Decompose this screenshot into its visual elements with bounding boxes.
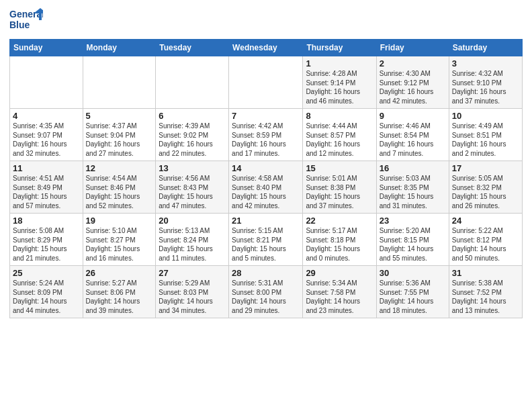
calendar-cell xyxy=(83,56,156,109)
calendar-cell: 27Sunrise: 5:29 AM Sunset: 8:03 PM Dayli… xyxy=(156,266,229,318)
calendar-cell: 15Sunrise: 5:01 AM Sunset: 8:38 PM Dayli… xyxy=(303,161,376,214)
calendar-cell: 28Sunrise: 5:31 AM Sunset: 8:00 PM Dayli… xyxy=(229,266,303,318)
day-info: Sunrise: 5:05 AM Sunset: 8:32 PM Dayligh… xyxy=(452,174,519,210)
calendar-cell: 30Sunrise: 5:36 AM Sunset: 7:55 PM Dayli… xyxy=(376,266,449,318)
calendar-table: SundayMondayTuesdayWednesdayThursdayFrid… xyxy=(9,39,523,318)
page-header: General Blue xyxy=(9,7,523,35)
day-number: 9 xyxy=(380,111,446,121)
calendar-cell: 24Sunrise: 5:22 AM Sunset: 8:12 PM Dayli… xyxy=(449,214,522,266)
day-info: Sunrise: 5:29 AM Sunset: 8:03 PM Dayligh… xyxy=(159,279,226,315)
day-info: Sunrise: 4:37 AM Sunset: 9:04 PM Dayligh… xyxy=(86,122,153,158)
day-info: Sunrise: 5:31 AM Sunset: 8:00 PM Dayligh… xyxy=(232,279,300,315)
calendar-cell: 14Sunrise: 4:58 AM Sunset: 8:40 PM Dayli… xyxy=(229,161,303,214)
day-info: Sunrise: 5:20 AM Sunset: 8:15 PM Dayligh… xyxy=(380,226,446,263)
day-info: Sunrise: 4:44 AM Sunset: 8:57 PM Dayligh… xyxy=(306,122,373,158)
calendar-day-header: Sunday xyxy=(10,40,83,56)
day-number: 31 xyxy=(452,268,519,278)
calendar-cell: 29Sunrise: 5:34 AM Sunset: 7:58 PM Dayli… xyxy=(303,266,376,318)
calendar-cell: 2Sunrise: 4:30 AM Sunset: 9:12 PM Daylig… xyxy=(376,56,449,109)
day-number: 13 xyxy=(159,163,226,173)
calendar-week-row: 11Sunrise: 4:51 AM Sunset: 8:49 PM Dayli… xyxy=(10,161,523,214)
day-number: 10 xyxy=(452,111,519,121)
day-number: 3 xyxy=(452,58,519,68)
logo: General Blue xyxy=(9,7,43,35)
day-info: Sunrise: 4:51 AM Sunset: 8:49 PM Dayligh… xyxy=(13,174,80,210)
calendar-day-header: Saturday xyxy=(449,40,522,56)
day-number: 18 xyxy=(13,216,80,226)
calendar-cell: 11Sunrise: 4:51 AM Sunset: 8:49 PM Dayli… xyxy=(10,161,83,214)
day-number: 30 xyxy=(380,268,446,278)
day-number: 14 xyxy=(232,163,300,173)
calendar-cell: 17Sunrise: 5:05 AM Sunset: 8:32 PM Dayli… xyxy=(449,161,522,214)
day-number: 26 xyxy=(86,268,153,278)
day-number: 23 xyxy=(380,216,446,226)
calendar-cell: 7Sunrise: 4:42 AM Sunset: 8:59 PM Daylig… xyxy=(229,109,303,161)
day-info: Sunrise: 5:08 AM Sunset: 8:29 PM Dayligh… xyxy=(13,226,80,263)
calendar-cell: 18Sunrise: 5:08 AM Sunset: 8:29 PM Dayli… xyxy=(10,214,83,266)
day-info: Sunrise: 4:30 AM Sunset: 9:12 PM Dayligh… xyxy=(380,69,446,105)
day-number: 17 xyxy=(452,163,519,173)
calendar-cell: 22Sunrise: 5:17 AM Sunset: 8:18 PM Dayli… xyxy=(303,214,376,266)
day-number: 19 xyxy=(86,216,153,226)
day-number: 6 xyxy=(159,111,226,121)
calendar-cell: 5Sunrise: 4:37 AM Sunset: 9:04 PM Daylig… xyxy=(83,109,156,161)
day-number: 7 xyxy=(232,111,300,121)
day-info: Sunrise: 5:38 AM Sunset: 7:52 PM Dayligh… xyxy=(452,279,519,315)
calendar-cell: 20Sunrise: 5:13 AM Sunset: 8:24 PM Dayli… xyxy=(156,214,229,266)
calendar-cell: 1Sunrise: 4:28 AM Sunset: 9:14 PM Daylig… xyxy=(303,56,376,109)
day-info: Sunrise: 5:27 AM Sunset: 8:06 PM Dayligh… xyxy=(86,279,153,315)
day-info: Sunrise: 5:13 AM Sunset: 8:24 PM Dayligh… xyxy=(159,226,226,263)
day-number: 27 xyxy=(159,268,226,278)
day-info: Sunrise: 5:10 AM Sunset: 8:27 PM Dayligh… xyxy=(86,226,153,263)
calendar-cell: 16Sunrise: 5:03 AM Sunset: 8:35 PM Dayli… xyxy=(376,161,449,214)
calendar-day-header: Monday xyxy=(83,40,156,56)
day-number: 15 xyxy=(306,163,373,173)
calendar-cell: 21Sunrise: 5:15 AM Sunset: 8:21 PM Dayli… xyxy=(229,214,303,266)
calendar-day-header: Thursday xyxy=(303,40,376,56)
day-info: Sunrise: 5:22 AM Sunset: 8:12 PM Dayligh… xyxy=(452,226,519,263)
day-number: 2 xyxy=(380,58,446,68)
day-info: Sunrise: 4:46 AM Sunset: 8:54 PM Dayligh… xyxy=(380,122,446,158)
day-info: Sunrise: 4:35 AM Sunset: 9:07 PM Dayligh… xyxy=(13,122,80,158)
day-info: Sunrise: 4:49 AM Sunset: 8:51 PM Dayligh… xyxy=(452,122,519,158)
day-info: Sunrise: 4:42 AM Sunset: 8:59 PM Dayligh… xyxy=(232,122,300,158)
page-container: General Blue SundayMondayTuesdayWednesda… xyxy=(0,0,532,411)
day-number: 25 xyxy=(13,268,80,278)
day-number: 22 xyxy=(306,216,373,226)
day-number: 5 xyxy=(86,111,153,121)
day-info: Sunrise: 4:56 AM Sunset: 8:43 PM Dayligh… xyxy=(159,174,226,210)
calendar-cell: 25Sunrise: 5:24 AM Sunset: 8:09 PM Dayli… xyxy=(10,266,83,318)
day-number: 12 xyxy=(86,163,153,173)
calendar-day-header: Tuesday xyxy=(156,40,229,56)
day-info: Sunrise: 5:34 AM Sunset: 7:58 PM Dayligh… xyxy=(306,279,373,315)
day-number: 1 xyxy=(306,58,373,68)
calendar-week-row: 25Sunrise: 5:24 AM Sunset: 8:09 PM Dayli… xyxy=(10,266,523,318)
day-number: 21 xyxy=(232,216,300,226)
calendar-week-row: 4Sunrise: 4:35 AM Sunset: 9:07 PM Daylig… xyxy=(10,109,523,161)
calendar-header-row: SundayMondayTuesdayWednesdayThursdayFrid… xyxy=(10,40,523,56)
day-number: 20 xyxy=(159,216,226,226)
day-number: 8 xyxy=(306,111,373,121)
calendar-cell: 6Sunrise: 4:39 AM Sunset: 9:02 PM Daylig… xyxy=(156,109,229,161)
day-info: Sunrise: 4:39 AM Sunset: 9:02 PM Dayligh… xyxy=(159,122,226,158)
day-number: 28 xyxy=(232,268,300,278)
calendar-cell: 19Sunrise: 5:10 AM Sunset: 8:27 PM Dayli… xyxy=(83,214,156,266)
calendar-cell: 9Sunrise: 4:46 AM Sunset: 8:54 PM Daylig… xyxy=(376,109,449,161)
calendar-cell: 4Sunrise: 4:35 AM Sunset: 9:07 PM Daylig… xyxy=(10,109,83,161)
day-number: 4 xyxy=(13,111,80,121)
calendar-cell: 3Sunrise: 4:32 AM Sunset: 9:10 PM Daylig… xyxy=(449,56,522,109)
day-number: 16 xyxy=(380,163,446,173)
calendar-cell: 10Sunrise: 4:49 AM Sunset: 8:51 PM Dayli… xyxy=(449,109,522,161)
calendar-cell: 8Sunrise: 4:44 AM Sunset: 8:57 PM Daylig… xyxy=(303,109,376,161)
calendar-cell xyxy=(229,56,303,109)
calendar-day-header: Wednesday xyxy=(229,40,303,56)
day-info: Sunrise: 5:17 AM Sunset: 8:18 PM Dayligh… xyxy=(306,226,373,263)
day-info: Sunrise: 4:54 AM Sunset: 8:46 PM Dayligh… xyxy=(86,174,153,210)
calendar-cell: 12Sunrise: 4:54 AM Sunset: 8:46 PM Dayli… xyxy=(83,161,156,214)
day-info: Sunrise: 5:01 AM Sunset: 8:38 PM Dayligh… xyxy=(306,174,373,210)
day-info: Sunrise: 5:36 AM Sunset: 7:55 PM Dayligh… xyxy=(380,279,446,315)
calendar-week-row: 1Sunrise: 4:28 AM Sunset: 9:14 PM Daylig… xyxy=(10,56,523,109)
day-info: Sunrise: 4:32 AM Sunset: 9:10 PM Dayligh… xyxy=(452,69,519,105)
logo-svg: General Blue xyxy=(9,7,43,35)
day-number: 24 xyxy=(452,216,519,226)
